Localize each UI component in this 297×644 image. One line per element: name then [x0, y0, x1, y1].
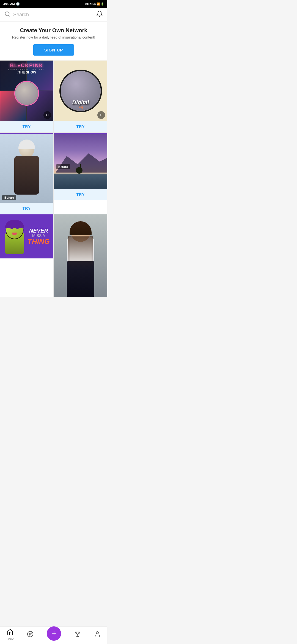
never-text-area: NEVER MISS A THING	[26, 228, 51, 245]
status-left: 3:09 AM 🕐	[3, 2, 20, 6]
digital-card: Digital uruji ↻	[54, 61, 107, 121]
notification-bell-icon[interactable]	[96, 10, 103, 19]
signup-button[interactable]: SIGN UP	[33, 44, 74, 56]
girl-figure	[9, 142, 45, 195]
svg-point-0	[5, 12, 9, 16]
landscape-image-wrap: Before	[54, 134, 107, 189]
digital-name: Digital	[72, 99, 89, 105]
card-never: NEVER MISS A THING	[0, 214, 53, 297]
search-input-area[interactable]: Search	[4, 11, 96, 18]
digital-subname: uruji	[61, 106, 101, 109]
search-placeholder: Search	[13, 12, 29, 18]
time: 3:09 AM	[3, 2, 15, 6]
try-button-digital[interactable]: TRY	[54, 121, 107, 132]
digital-image-wrap: Digital uruji ↻	[54, 61, 107, 121]
promo-banner: Create Your Own Network Register now for…	[0, 22, 107, 60]
never-card: NEVER MISS A THING	[0, 214, 53, 258]
digital-avatar-circle: Digital uruji	[59, 70, 102, 112]
svg-line-1	[9, 15, 10, 16]
try-button-girl[interactable]: TRY	[0, 203, 53, 214]
card-digital: Digital uruji ↻ TRY	[54, 61, 107, 132]
blackpink-show: :THE SHOW	[0, 70, 53, 74]
try-button-blackpink[interactable]: TRY	[0, 121, 53, 132]
woman-card	[54, 214, 107, 297]
never-word3: THING	[28, 238, 50, 245]
promo-title: Create Your Own Network	[4, 27, 103, 34]
never-image-wrap: NEVER MISS A THING	[0, 214, 53, 258]
card-blackpink: BL♠CKPINK LIVESTREAM CONCERT :THE SHOW ↻…	[0, 61, 53, 132]
card-before-girl: Before TRY	[0, 133, 53, 214]
network-speed: 191KB/s	[85, 2, 96, 6]
landscape-card: Before	[54, 134, 107, 189]
battery-icon: 🔋	[101, 2, 104, 6]
blackpink-subtitle: LIVESTREAM CONCERT	[0, 69, 53, 70]
before-label-landscape: Before	[56, 164, 70, 169]
status-bar: 3:09 AM 🕐 191KB/s 📶 🔋	[0, 0, 107, 8]
girl-image-wrap: Before	[0, 134, 53, 203]
blackpink-card: BL♠CKPINK LIVESTREAM CONCERT :THE SHOW ↻	[0, 61, 53, 121]
before-label-girl: Before	[2, 195, 16, 200]
search-icon	[4, 11, 10, 18]
promo-subtitle: Register now for a daily feed of inspira…	[4, 35, 103, 39]
status-right: 191KB/s 📶 🔋	[85, 2, 104, 6]
search-bar: Search	[0, 8, 107, 22]
replay-icon[interactable]: ↻	[43, 111, 51, 119]
card-woman	[54, 214, 107, 297]
blackpink-circle-image	[14, 81, 39, 106]
signal-icons: 📶	[97, 2, 100, 6]
never-word1: NEVER	[28, 228, 50, 233]
blackpink-image-wrap: BL♠CKPINK LIVESTREAM CONCERT :THE SHOW ↻	[0, 61, 53, 121]
woman-image-wrap	[54, 214, 107, 297]
replay-icon-digital[interactable]: ↻	[97, 111, 105, 119]
content-grid: BL♠CKPINK LIVESTREAM CONCERT :THE SHOW ↻…	[0, 61, 107, 297]
try-button-landscape[interactable]: TRY	[54, 189, 107, 200]
clock-icon: 🕐	[16, 2, 20, 6]
blackpink-title: BL♠CKPINK	[0, 63, 53, 69]
girl-card: Before	[0, 134, 53, 203]
card-landscape: Before TRY	[54, 133, 107, 214]
